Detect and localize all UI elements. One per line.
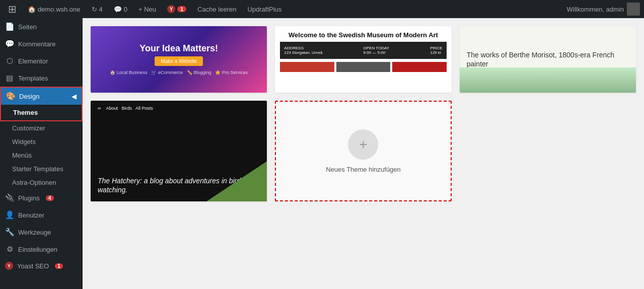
sidebar-item-menus[interactable]: Menüs: [0, 149, 83, 162]
plugins-icon: 🔌: [5, 193, 14, 202]
design-section: 🎨 Design ◀ Themes: [0, 87, 83, 121]
sidebar-item-kommentare[interactable]: 💬 Kommentare: [0, 35, 83, 52]
theme-grid: Your Idea Matters! Make a Website 🏠 Loca…: [91, 26, 636, 201]
sidebar-item-starter-templates[interactable]: Starter Templates: [0, 162, 83, 176]
sidebar-item-design[interactable]: 🎨 Design ◀: [1, 88, 82, 105]
settings-icon: ⚙: [5, 245, 14, 254]
tools-icon: 🔧: [5, 228, 14, 237]
main-content: Your Idea Matters! Make a Website 🏠 Loca…: [83, 18, 644, 289]
comments-icon: 💬: [114, 6, 122, 13]
sidebar-item-widgets[interactable]: Widgets: [0, 135, 83, 149]
tto-gradient: [460, 67, 636, 93]
yoast-icon: Y: [167, 5, 175, 13]
cache-leeren-item[interactable]: Cache leeren: [193, 0, 240, 18]
sidebar-item-benutzer[interactable]: 👤 Benutzer: [0, 206, 83, 224]
sidebar: 📄 Seiten 💬 Kommentare ⬡ Elementor ▤ Temp…: [0, 18, 83, 289]
arrow-icon: ◀: [71, 93, 77, 100]
tttw-nav: ∞ About Birds All Posts: [98, 106, 153, 111]
yoast-nav-icon: Y: [5, 262, 13, 270]
tt-color-blocks: [280, 62, 446, 72]
theme-card-twenty-twenty-two[interactable]: ∞ About Birds All Posts The Hatchery: a …: [91, 101, 267, 201]
theme-card-twenty-twenty[interactable]: Welcome to the Swedish Museum of Modern …: [275, 26, 451, 93]
theme-card-astra[interactable]: Your Idea Matters! Make a Website 🏠 Loca…: [91, 26, 267, 93]
sidebar-item-seiten[interactable]: 📄 Seiten: [0, 18, 83, 35]
add-theme-plus-icon: +: [348, 129, 378, 160]
admin-bar: ⊞ 🏠 demo.wsh.one ↻ 4 💬 0 + Neu Y 1 Cache…: [0, 0, 644, 18]
sidebar-item-werkzeuge[interactable]: 🔧 Werkzeuge: [0, 224, 83, 241]
admin-bar-right: Willkommen, admin: [567, 3, 640, 16]
new-item[interactable]: + Neu: [134, 0, 160, 18]
updates-item[interactable]: ↻ 4: [88, 0, 107, 18]
astra-preview: Your Idea Matters! Make a Website 🏠 Loca…: [91, 26, 267, 93]
sidebar-item-elementor[interactable]: ⬡ Elementor: [0, 52, 83, 69]
tt-block-dark: [336, 62, 390, 72]
sidebar-item-themes[interactable]: Themes: [1, 105, 82, 120]
twenty-twenty-preview: Welcome to the Swedish Museum of Modern …: [275, 26, 451, 93]
theme-card-twenty-twenty-one[interactable]: The works of Berthe Morisot, 1800s-era F…: [460, 26, 636, 93]
twenty-twenty-one-preview: The works of Berthe Morisot, 1800s-era F…: [460, 26, 636, 93]
sidebar-item-yoast-seo[interactable]: Y Yoast SEO 1: [0, 258, 83, 274]
pages-icon: 📄: [5, 22, 14, 31]
updates-icon: ↻: [92, 6, 97, 13]
home-icon: 🏠: [28, 6, 36, 13]
updraftplus-item[interactable]: UpdraftPlus: [243, 0, 285, 18]
tto-preview-text: The works of Berthe Morisot, 1800s-era F…: [467, 50, 629, 68]
sidebar-item-plugins[interactable]: 🔌 Plugins 4: [0, 189, 83, 206]
yoast-item[interactable]: Y 1: [163, 0, 190, 18]
site-name[interactable]: 🏠 demo.wsh.one: [24, 0, 85, 18]
wp-logo[interactable]: ⊞: [4, 0, 21, 18]
astra-preview-icons: 🏠 Local Business 🛒 eCommerce ✏️ Blogging…: [110, 70, 248, 75]
astra-preview-cta: Make a Website: [155, 56, 203, 66]
add-theme-label: Neues Theme hinzufügen: [326, 166, 401, 173]
comments-item[interactable]: 💬 0: [110, 0, 131, 18]
users-icon: 👤: [5, 210, 14, 220]
twenty-twenty-two-preview: ∞ About Birds All Posts The Hatchery: a …: [91, 101, 267, 201]
avatar: [627, 3, 640, 16]
tt-mock-header: ADDRESS123 Storgatan, Umeå OPEN TODAY9:0…: [280, 42, 446, 59]
design-icon: 🎨: [6, 92, 15, 101]
wp-logo-icon: ⊞: [8, 3, 17, 15]
sidebar-item-customizer[interactable]: Customizer: [0, 121, 83, 135]
elementor-icon: ⬡: [5, 56, 14, 65]
sidebar-item-einstellungen[interactable]: ⚙ Einstellungen: [0, 241, 83, 258]
comments-nav-icon: 💬: [5, 39, 14, 48]
astra-preview-title: Your Idea Matters!: [139, 44, 218, 54]
sidebar-item-templates[interactable]: ▤ Templates: [0, 69, 83, 87]
tt-header-text: Welcome to the Swedish Museum of Modern …: [289, 31, 438, 39]
wp-admin-layout: 📄 Seiten 💬 Kommentare ⬡ Elementor ▤ Temp…: [0, 18, 644, 289]
tt-block-darkred: [392, 62, 446, 72]
tt-block-red: [280, 62, 334, 72]
sidebar-item-astra-optionen[interactable]: Astra-Optionen: [0, 176, 83, 189]
add-theme-card[interactable]: + Neues Theme hinzufügen: [275, 101, 451, 201]
templates-icon: ▤: [5, 74, 14, 83]
